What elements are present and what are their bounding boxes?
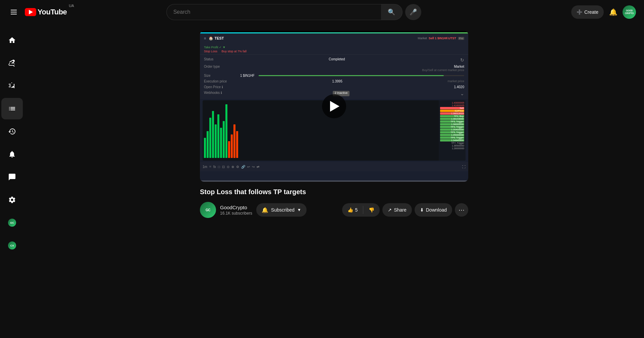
sidebar-item-goodcrypto1[interactable]: GC [1,212,23,233]
logo-country: UA [69,4,74,8]
search-icon: 🔍 [388,8,395,16]
header-center: 🔍 🎤 [166,4,421,20]
channel-info: GC GoodCrypto 16.1K subscribers 🔔 Subscr… [200,202,338,218]
share-label: Share [394,207,406,213]
channel-avatar-text: GC [206,208,210,212]
home-icon [8,36,16,44]
video-info: Stop Loss that follows TP targets GC Goo… [200,182,468,223]
play-triangle-icon [330,101,339,112]
like-dislike-group: 👍 5 👎 [342,203,380,217]
bell-icon: 🔔 [609,8,618,16]
plus-icon: ➕ [577,9,582,15]
subscribe-bell-icon: 🔔 [262,207,268,213]
logo-text: YouTube [38,8,67,16]
create-label: Create [584,9,598,15]
sidebar-item-settings[interactable] [1,189,23,211]
create-button[interactable]: ➕ Create [571,5,604,19]
download-icon: ⬇ [420,207,424,213]
search-form: 🔍 [166,4,402,20]
thumbs-down-icon: 👎 [369,207,374,213]
take-profit-row: Take Profit ✓ ▼ [204,46,464,49]
video-player[interactable]: ≡ 🏠 TEST Market Sell 1 $IN1HF.UTST Pro T… [200,31,468,182]
sidebar-item-home[interactable] [1,30,23,51]
action-buttons: 👍 5 👎 ↗ Share ⬇ Download [342,203,468,217]
search-button[interactable]: 🔍 [381,4,402,20]
status-row: Status Completed ↻ [204,57,464,63]
hamburger-line-3 [11,14,17,14]
sidebar-item-history[interactable] [1,121,23,142]
trading-platform-name: ≡ [204,36,206,40]
dislike-button[interactable]: 👎 [363,203,380,217]
goodcrypto1-icon: GC [8,219,16,227]
subscribe-button[interactable]: 🔔 Subscribed ▼ [256,203,307,217]
download-label: Download [426,207,447,213]
subscribe-chevron-icon: ▼ [297,208,301,212]
trading-toolbar: 1m⌗fx□⊡⊙⊕⚙🔗↩↪⇄ ⛶ [200,162,468,171]
trading-market-info: Market Sell 1 $IN1HF.UTST Pro [418,37,464,40]
sidebar-item-subscriptions[interactable] [1,75,23,97]
share-icon: ↗ [388,207,392,213]
size-row: Size 1 $IN1HF [204,74,464,77]
video-meta: GC GoodCrypto 16.1K subscribers 🔔 Subscr… [200,202,468,218]
shorts-icon [8,59,16,67]
tp-sl-section: Take Profit ✓ ▼ Stop Loss Buy stop at 7%… [200,44,468,54]
subscriptions-icon [8,82,16,90]
trading-test-label: 🏠 TEST [209,36,224,41]
video-title: Stop Loss that follows TP targets [200,187,468,196]
sidebar: GC CX [0,24,24,338]
more-actions-button[interactable]: ⋯ [455,203,468,217]
channel-name: GoodCrypto [220,205,252,210]
user-avatar[interactable]: GOODCRYPTO [623,5,636,19]
channel-subscribers: 16.1K subscribers [220,211,252,216]
avatar-text: GOODCRYPTO [625,9,634,14]
video-progress-bar [200,180,468,182]
more-dots-icon: ⋯ [459,206,465,214]
main-content: ≡ 🏠 TEST Market Sell 1 $IN1HF.UTST Pro T… [24,24,644,230]
play-button[interactable] [322,94,346,118]
share-button[interactable]: ↗ Share [382,203,412,217]
top-bar [200,32,468,34]
chart-candles [203,100,439,161]
hamburger-line-2 [11,12,17,12]
subscribe-label: Subscribed [271,207,294,213]
order-details: Status Completed ↻ Order type Market Buy… [200,55,468,99]
download-button[interactable]: ⬇ Download [415,203,452,217]
open-price-row: Open Price ℹ 1.4020 [204,85,464,89]
sidebar-item-goodcrypto2[interactable]: CX [1,235,23,256]
history-icon [8,127,16,135]
search-input[interactable] [166,4,381,20]
sidebar-item-notifications[interactable] [1,144,23,165]
sidebar-item-shorts[interactable] [1,52,23,74]
header-right: ➕ Create 🔔 GOODCRYPTO [571,5,636,19]
library-icon [8,105,16,113]
sidebar-item-messages[interactable] [1,166,23,188]
youtube-logo[interactable]: YouTube UA [25,8,74,16]
like-count: 5 [355,207,358,213]
channel-avatar[interactable]: GC [200,202,216,218]
order-type-row: Order type Market Buy/Sell at current ma… [204,65,464,72]
youtube-icon [25,8,36,16]
notifications-button[interactable]: 🔔 [606,5,620,19]
goodcrypto2-icon: CX [8,241,16,249]
like-button[interactable]: 👍 5 [342,203,363,217]
settings-icon [8,196,16,204]
main-layout: GC CX ≡ 🏠 TEST Market [0,24,644,230]
trading-appbar: ≡ 🏠 TEST Market Sell 1 $IN1HF.UTST Pro [200,32,468,44]
header: YouTube UA 🔍 🎤 ➕ Create 🔔 GOODCRYPTO [0,0,644,24]
notification-icon [8,150,16,158]
sidebar-item-library[interactable] [1,98,23,119]
header-left: YouTube UA [8,7,89,17]
microphone-icon: 🎤 [410,8,417,16]
voice-search-button[interactable]: 🎤 [405,4,421,20]
order-levels: 1.43000005 1.41600005 Sell S2/Price 1.38… [439,100,466,161]
thumbs-up-icon: 👍 [347,207,353,213]
hamburger-line-1 [11,10,17,10]
menu-button[interactable] [8,7,19,17]
channel-text[interactable]: GoodCrypto 16.1K subscribers [220,205,252,216]
message-icon [8,173,16,181]
exec-price-row: Execution price 1.3995 market price [204,79,464,83]
stop-loss-row: Stop Loss Buy stop at 7% fall [204,50,464,53]
